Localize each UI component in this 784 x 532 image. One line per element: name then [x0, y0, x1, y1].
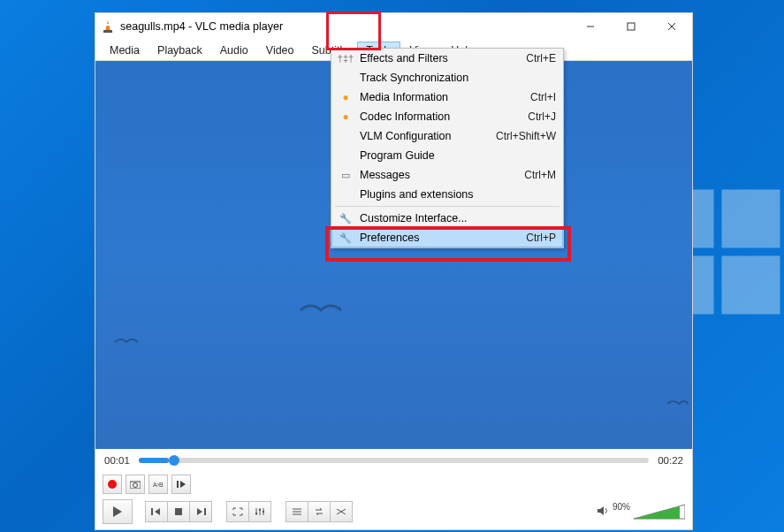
time-total: 00:22 [658, 455, 683, 466]
menu-media[interactable]: Media [101, 42, 148, 59]
menu-messages[interactable]: ▭ Messages Ctrl+M [331, 165, 563, 185]
svg-rect-17 [151, 508, 153, 515]
speaker-icon[interactable] [597, 505, 609, 519]
close-button[interactable] [651, 13, 692, 40]
tools-dropdown: †‡† Effects and Filters Ctrl+E Track Syn… [331, 48, 564, 248]
camera-icon [130, 480, 141, 489]
svg-rect-3 [722, 256, 780, 315]
shuffle-button[interactable] [330, 501, 353, 522]
seekbar-row: 00:01 00:22 [95, 449, 692, 472]
svg-rect-21 [204, 508, 206, 515]
svg-marker-20 [197, 508, 202, 515]
menu-vlm-config[interactable]: VLM Configuration Ctrl+Shift+W [331, 126, 563, 146]
main-controls: 90% [95, 498, 692, 529]
frame-step-icon [177, 480, 186, 489]
svg-rect-6 [103, 30, 112, 33]
seek-slider[interactable] [139, 458, 649, 463]
menu-audio[interactable]: Audio [211, 42, 257, 59]
messages-icon: ▭ [335, 170, 356, 181]
stop-icon [174, 507, 183, 516]
minimize-button[interactable] [570, 13, 611, 40]
playlist-button[interactable] [285, 501, 308, 522]
previous-button[interactable] [145, 501, 168, 522]
extended-settings-button[interactable] [248, 501, 271, 522]
menu-track-sync[interactable]: Track Synchronization [331, 68, 563, 87]
svg-rect-25 [255, 513, 257, 514]
menu-program-guide[interactable]: Program Guide [331, 146, 563, 165]
svg-marker-16 [113, 506, 122, 517]
loop-ab-icon: A›B [153, 480, 164, 489]
svg-marker-15 [180, 481, 186, 488]
loop-button[interactable] [308, 501, 331, 522]
loop-ab-button[interactable]: A›B [148, 475, 168, 494]
vlc-cone-icon [101, 19, 115, 34]
svg-rect-27 [263, 511, 264, 513]
wrench-icon: 🔧 [335, 213, 356, 224]
bird-silhouette [113, 335, 140, 349]
volume-slider[interactable] [634, 504, 685, 520]
menu-plugins[interactable]: Plugins and extensions [331, 185, 563, 204]
time-current: 00:01 [104, 455, 130, 466]
fullscreen-button[interactable] [226, 501, 249, 522]
info-icon: ● [335, 110, 356, 123]
titlebar: seagulls.mp4 - VLC media player [95, 13, 692, 40]
stop-button[interactable] [167, 501, 190, 522]
menu-playback[interactable]: Playback [148, 42, 211, 59]
frame-step-button[interactable] [171, 475, 191, 494]
window-title: seagulls.mp4 - VLC media player [120, 20, 570, 33]
svg-rect-8 [628, 23, 635, 30]
info-icon: ● [335, 91, 356, 103]
snapshot-button[interactable] [126, 475, 145, 494]
playlist-icon [292, 507, 302, 516]
play-icon [111, 505, 124, 518]
loop-icon [314, 507, 324, 516]
bird-silhouette [299, 300, 343, 321]
shuffle-icon [336, 507, 346, 516]
bird-silhouette [666, 397, 689, 414]
svg-rect-19 [175, 508, 182, 515]
equalizer-icon [255, 507, 265, 516]
prev-icon [151, 507, 162, 516]
svg-point-12 [133, 483, 138, 488]
record-button[interactable] [103, 475, 122, 494]
menu-effects-filters[interactable]: †‡† Effects and Filters Ctrl+E [331, 49, 563, 68]
extended-toolbar: A›B [95, 472, 692, 498]
menu-preferences[interactable]: 🔧 Preferences Ctrl+P [331, 228, 563, 247]
menu-separator [335, 206, 559, 207]
maximize-button[interactable] [611, 13, 651, 40]
svg-text:A›B: A›B [153, 482, 164, 488]
fullscreen-icon [232, 507, 243, 516]
svg-marker-18 [155, 508, 160, 515]
next-button[interactable] [189, 501, 212, 522]
menu-media-info[interactable]: ● Media Information Ctrl+I [331, 87, 563, 107]
menu-customize-interface[interactable]: 🔧 Customize Interface... [331, 209, 563, 228]
svg-rect-14 [177, 481, 179, 488]
volume-control: 90% [597, 504, 685, 520]
svg-marker-31 [598, 506, 604, 515]
next-icon [195, 507, 206, 516]
record-icon [108, 480, 117, 489]
window-controls [570, 13, 692, 40]
menu-codec-info[interactable]: ● Codec Information Ctrl+J [331, 107, 563, 126]
volume-percent: 90% [613, 502, 630, 512]
sliders-icon: †‡† [335, 53, 356, 64]
menu-video[interactable]: Video [257, 42, 303, 59]
play-button[interactable] [103, 499, 133, 524]
wrench-icon: 🔧 [335, 232, 356, 244]
svg-rect-1 [722, 190, 780, 248]
svg-rect-26 [259, 509, 261, 511]
svg-rect-5 [106, 24, 110, 26]
